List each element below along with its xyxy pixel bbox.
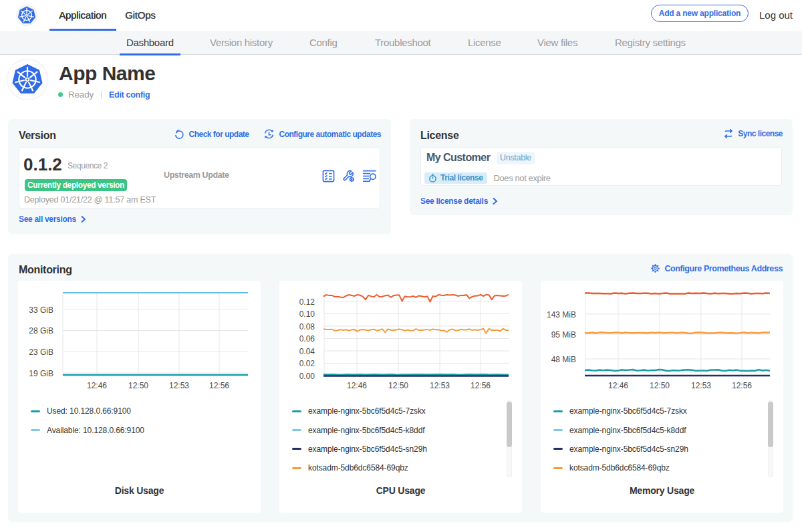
svg-text:143 MiB: 143 MiB — [547, 310, 576, 319]
svg-text:12:56: 12:56 — [471, 381, 491, 390]
svg-text:48 MiB: 48 MiB — [551, 355, 576, 364]
svg-text:28 GiB: 28 GiB — [29, 326, 53, 336]
svg-text:12:46: 12:46 — [87, 381, 107, 390]
svg-text:0.06: 0.06 — [299, 334, 315, 344]
svg-text:12:53: 12:53 — [430, 381, 450, 390]
svg-text:0.00: 0.00 — [299, 372, 315, 381]
svg-text:12:50: 12:50 — [128, 381, 148, 390]
svg-text:19 GiB: 19 GiB — [29, 369, 53, 378]
svg-text:12:56: 12:56 — [732, 381, 752, 390]
svg-text:23 GiB: 23 GiB — [29, 348, 53, 357]
svg-text:12:50: 12:50 — [650, 381, 670, 390]
svg-text:0.08: 0.08 — [299, 322, 315, 331]
svg-text:0.10: 0.10 — [299, 309, 315, 319]
svg-text:12:53: 12:53 — [169, 381, 189, 390]
svg-text:0.04: 0.04 — [299, 347, 315, 356]
svg-text:12:46: 12:46 — [347, 381, 367, 390]
svg-text:12:50: 12:50 — [388, 381, 408, 390]
svg-text:0.02: 0.02 — [299, 359, 315, 368]
svg-text:0.12: 0.12 — [299, 297, 315, 307]
svg-text:12:46: 12:46 — [608, 381, 628, 390]
svg-text:95 MiB: 95 MiB — [551, 330, 576, 340]
svg-text:12:56: 12:56 — [209, 381, 229, 390]
svg-text:12:53: 12:53 — [691, 381, 711, 390]
svg-text:33 GiB: 33 GiB — [29, 305, 53, 315]
